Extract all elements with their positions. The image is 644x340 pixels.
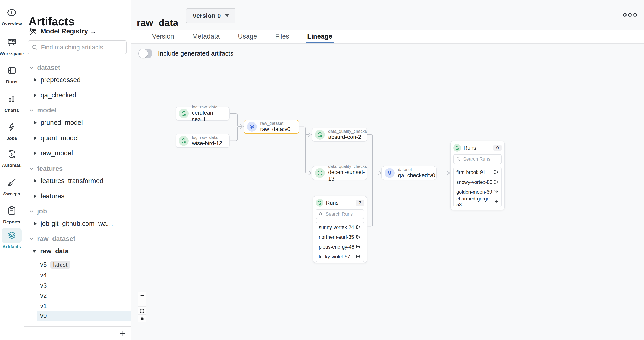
open-run-icon[interactable] — [493, 199, 498, 205]
lineage-node-qa-checked-v0[interactable]: dataset qa_checked:v0 — [382, 166, 436, 180]
chevron-down-icon — [29, 209, 34, 214]
charts-icon — [7, 94, 17, 104]
runs-search-input[interactable] — [325, 211, 362, 217]
chevron-right-icon — [34, 136, 37, 140]
tree-item-job-git[interactable]: job-git_github.com_wa… — [34, 220, 113, 228]
nav-item-overview[interactable]: Overview — [0, 5, 24, 26]
zoom-in-button[interactable] — [138, 292, 146, 299]
tree-item-features-transformed[interactable]: features_transformed — [34, 177, 104, 185]
version-row-v1[interactable]: v1 — [40, 301, 47, 311]
version-row-v3[interactable]: v3 — [40, 281, 47, 290]
selected-version-highlight — [37, 311, 130, 321]
run-row-firm-brook-91[interactable]: firm-brook-91 — [456, 167, 498, 177]
tab-files[interactable]: Files — [275, 30, 289, 43]
run-row-snowy-vortex-80[interactable]: snowy-vortex-80 — [456, 177, 498, 187]
tab-usage[interactable]: Usage — [238, 30, 257, 43]
nav-item-artifacts[interactable]: Artifacts — [0, 228, 24, 249]
nav-item-jobs[interactable]: Jobs — [0, 119, 24, 141]
artifact-tabs: Version Metadata Usage Files Lineage — [131, 30, 644, 44]
chevron-down-icon — [32, 250, 36, 253]
lock-button[interactable] — [138, 315, 146, 322]
tree-item-quant-model[interactable]: quant_model — [34, 134, 79, 142]
nav-item-charts[interactable]: Charts — [0, 91, 24, 113]
add-artifact-button[interactable] — [118, 329, 127, 338]
version-dropdown-button[interactable]: Version 0 — [186, 8, 236, 23]
open-run-icon[interactable] — [356, 254, 361, 260]
nav-item-reports[interactable]: Reports — [0, 203, 24, 225]
nav-item-workspace[interactable]: Workspace — [0, 34, 24, 56]
search-icon — [318, 212, 323, 216]
nav-item-runs[interactable]: Runs — [0, 63, 24, 84]
open-run-icon[interactable] — [493, 179, 498, 185]
tree-item-raw-data[interactable]: raw_data — [32, 247, 69, 255]
runs-search-input[interactable] — [463, 156, 499, 162]
plus-icon — [140, 293, 144, 298]
artifacts-layers-icon — [7, 231, 17, 240]
tab-metadata[interactable]: Metadata — [192, 30, 220, 43]
open-run-icon[interactable] — [493, 189, 498, 195]
artifact-search-box[interactable] — [28, 40, 127, 54]
artifact-icon — [247, 122, 257, 132]
nav-item-automations[interactable]: Automat. — [0, 146, 24, 168]
tree-item-features[interactable]: features — [34, 192, 64, 200]
version-row-v0[interactable]: v0 — [40, 311, 47, 321]
tree-item-qa-checked[interactable]: qa_checked — [34, 91, 76, 99]
run-row-golden-moon-69[interactable]: golden-moon-69 — [456, 187, 498, 197]
tree-guide — [32, 173, 32, 198]
runs-cluster-panel-7[interactable]: Runs 7 sunny-vortex-24 northern-surf-35 — [312, 196, 367, 263]
tab-version[interactable]: Version — [152, 30, 174, 43]
include-generated-toggle[interactable] — [138, 48, 152, 58]
ellipsis-icon — [623, 13, 626, 17]
overflow-menu-button[interactable] — [623, 13, 637, 17]
lineage-node-wise-bird-12[interactable]: log_raw_data wise-bird-12 — [176, 134, 230, 148]
run-row-pious-energy-46[interactable]: pious-energy-46 — [319, 242, 361, 252]
workspace-icon — [7, 37, 17, 47]
chevron-right-icon — [34, 121, 37, 125]
run-row-sunny-vortex-24[interactable]: sunny-vortex-24 — [319, 222, 361, 232]
tab-lineage[interactable]: Lineage — [307, 30, 332, 43]
open-run-icon[interactable] — [356, 234, 361, 240]
fit-view-button[interactable] — [138, 308, 146, 315]
search-icon — [32, 44, 38, 50]
run-row-northern-surf-35[interactable]: northern-surf-35 — [319, 232, 361, 242]
artifacts-sidebar: Artifacts Model Registry → — [24, 0, 131, 340]
run-row-lucky-violet-57[interactable]: lucky-violet-57 — [319, 252, 361, 262]
lineage-node-cerulean-sea-1[interactable]: log_raw_data cerulean-sea-1 — [176, 106, 230, 121]
run-row-charmed-gorge-58[interactable]: charmed-gorge-58 — [456, 197, 498, 207]
lineage-node-raw-data-v0[interactable]: raw_dataset raw_data:v0 — [244, 120, 299, 134]
chevron-down-icon — [29, 166, 34, 171]
tree-group-raw-dataset[interactable]: raw_dataset — [29, 235, 75, 243]
chevron-right-icon — [34, 93, 37, 97]
lineage-node-absurd-eon-2[interactable]: data_quality_checks absurd-eon-2 — [312, 128, 367, 142]
runs-search-box[interactable] — [316, 209, 364, 219]
run-icon — [316, 199, 324, 207]
tree-item-raw-model[interactable]: raw_model — [34, 149, 73, 157]
info-icon — [7, 8, 17, 17]
version-row-v4[interactable]: v4 — [40, 270, 47, 280]
ellipsis-icon — [633, 13, 637, 17]
zoom-out-button[interactable] — [138, 299, 146, 306]
chevron-down-icon — [29, 236, 34, 241]
sidebar-title: Artifacts — [28, 15, 74, 28]
tree-group-dataset[interactable]: dataset — [29, 64, 60, 72]
open-run-icon[interactable] — [356, 225, 361, 230]
tree-item-pruned-model[interactable]: pruned_model — [34, 119, 83, 127]
runs-search-box[interactable] — [453, 154, 502, 164]
tree-group-job[interactable]: job — [29, 207, 47, 215]
tree-group-features[interactable]: features — [29, 165, 63, 173]
version-row-v5[interactable]: v5 latest — [40, 260, 70, 269]
model-registry-link[interactable]: Model Registry → — [29, 27, 96, 35]
open-run-icon[interactable] — [493, 170, 498, 175]
nav-item-sweeps[interactable]: Sweeps — [0, 175, 24, 196]
tree-item-preprocessed[interactable]: preprocessed — [34, 76, 80, 84]
tree-guide — [32, 114, 32, 155]
open-run-icon[interactable] — [356, 244, 361, 250]
lineage-node-decent-sunset-13[interactable]: data_quality_checks decent-sunset-13 — [312, 166, 367, 180]
model-registry-label: Model Registry → — [40, 27, 96, 35]
version-row-v2[interactable]: v2 — [40, 291, 47, 300]
tree-group-model[interactable]: model — [29, 106, 56, 114]
chevron-right-icon — [34, 194, 37, 198]
artifact-title: raw_data — [137, 17, 178, 28]
runs-cluster-panel-9[interactable]: Runs 9 firm-brook-91 snowy-vortex-80 — [450, 141, 505, 210]
artifact-search-input[interactable] — [40, 44, 123, 51]
